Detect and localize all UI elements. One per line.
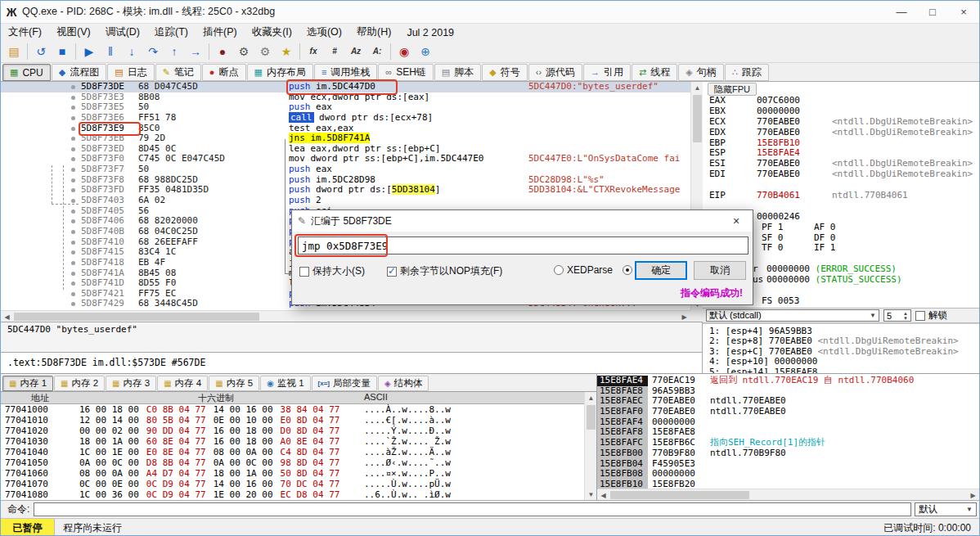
menu-trace[interactable]: 追踪(T) [147, 24, 196, 41]
tab-references[interactable]: →引用 [583, 64, 631, 81]
stack-row[interactable]: 15E8FAE4770EAC19返回到 ntdll.770EAC19 自 ntd… [597, 376, 979, 386]
stack-row[interactable]: 15E8FB0800000000 [597, 469, 979, 480]
tab-script[interactable]: ▤脚本 [434, 64, 481, 81]
tab-log[interactable]: ▤日志 [107, 64, 154, 81]
tab-memory-map[interactable]: ▦内存布局 [247, 64, 313, 81]
stack-row[interactable]: 15E8FB00770B9F80ntdll.770B9F80 [597, 448, 979, 459]
dump-row[interactable]: 770410700C 00 0E 000C D9 04 7714 00 16 0… [1, 479, 596, 489]
tab-threads[interactable]: ⇄线程 [632, 64, 677, 81]
stack-row[interactable]: 15E8FAFC15E8FB6C指向SEH_Record[1]的指针 [597, 438, 979, 448]
dump-row[interactable]: 7704103018 00 1A 0060 8E 04 7716 00 18 0… [1, 436, 596, 447]
unlock-checkbox[interactable]: 解锁 [915, 309, 947, 322]
hide-fpu-button[interactable]: 隐藏FPU [708, 83, 757, 96]
register-line[interactable]: EDX770EABE0<ntdll.DbgUiRemoteBreakin> [709, 128, 978, 138]
menu-favourites[interactable]: 收藏夹(I) [245, 24, 299, 41]
arguments-view[interactable]: 1: [esp+4] 96A59BB32: [esp+8] 770EABE0 <… [703, 323, 979, 373]
tab-notes[interactable]: ✎笔记 [155, 64, 201, 81]
open-file-button[interactable]: ▤ [3, 42, 25, 61]
menu-help[interactable]: 帮助(H) [349, 24, 398, 41]
register-line[interactable]: EAX007C6000 [709, 96, 978, 106]
run-to-cursor-button[interactable]: → [185, 42, 206, 61]
scroll-right-icon[interactable]: ▶ [967, 489, 979, 500]
close-button[interactable]: × [948, 1, 979, 23]
disasm-row[interactable]: 5D8F74036A 02push 2 [1, 196, 702, 206]
memory-dump-view[interactable]: 地址 十六进制 ASCII 7704100016 00 18 00C0 8B 0… [1, 391, 596, 500]
restart-button[interactable]: ↺ [30, 42, 52, 61]
scroll-thumb[interactable] [693, 95, 702, 142]
tab-watch-1[interactable]: ◉监视 1 [260, 376, 310, 391]
breakpoint-button[interactable]: ● [212, 42, 233, 61]
scroll-right-icon[interactable]: ▶ [678, 311, 690, 322]
tab-dump-4[interactable]: ▦内存 4 [157, 376, 208, 391]
cancel-button[interactable]: 取消 [694, 261, 746, 280]
dialog-titlebar[interactable]: ✎ 汇编于 5D8F73DE × [292, 210, 753, 232]
menu-plugins[interactable]: 插件(P) [196, 24, 245, 41]
dump-row[interactable]: 770410500A 00 0C 00D8 8B 04 770A 00 0C 0… [1, 457, 596, 468]
command-mode-select[interactable]: 默认 ▼ [915, 502, 977, 516]
log-button[interactable]: ◉ [393, 42, 415, 61]
stack-row[interactable]: 15E8FAF0770EABE0ntdll.770EABE0 [597, 407, 979, 417]
tab-handles[interactable]: ◈句柄 [678, 64, 723, 81]
ok-button[interactable]: 确定 [635, 261, 687, 280]
pause-button[interactable]: ‖ [100, 42, 121, 61]
step-out-button[interactable]: ↑ [164, 42, 185, 61]
tab-struct[interactable]: ◈结构体 [378, 376, 429, 391]
scroll-down-icon[interactable]: ▼ [585, 489, 596, 500]
dump-row[interactable]: 7704100016 00 18 00C0 8B 04 7714 00 16 0… [1, 404, 596, 415]
update-button[interactable]: ⊕ [415, 42, 436, 61]
nop-fill-checkbox[interactable]: 剩余字节以NOP填充(F) [387, 264, 502, 278]
run-button[interactable]: ▶ [79, 42, 100, 61]
assemble-instruction-input[interactable] [298, 236, 748, 254]
calculator-button[interactable]: fx [303, 42, 324, 61]
register-line[interactable]: EDI770EABE0<ntdll.DbgUiRemoteBreakin> [709, 169, 978, 180]
disassembly-hscrollbar[interactable]: ◀ ▶ [1, 310, 690, 322]
favourites-button[interactable]: ★ [276, 42, 297, 61]
tab-cpu[interactable]: ▦CPU [2, 64, 51, 81]
register-line[interactable]: EIP770B4061ntdll.770B4061 [709, 191, 978, 201]
plugins-button[interactable]: ⚙ [254, 42, 276, 61]
dump-row[interactable]: 7704102000 00 02 0090 DD 04 7716 00 18 0… [1, 426, 596, 436]
register-line[interactable]: EBP15E8FB10 [709, 138, 978, 149]
tab-symbols[interactable]: ◆符号 [482, 64, 527, 81]
scroll-left-icon[interactable]: ◀ [597, 489, 609, 500]
dump-row[interactable]: 770410401C 00 1E 00E0 8E 04 7708 00 0A 0… [1, 447, 596, 457]
argument-count-stepper[interactable]: 5 ▲▼ [883, 309, 911, 322]
tab-dump-1[interactable]: ▦内存 1 [2, 376, 53, 391]
tab-call-stack[interactable]: ≡调用堆栈 [314, 64, 377, 81]
tab-source[interactable]: ‹›源代码 [528, 64, 582, 81]
scroll-thumb[interactable] [587, 405, 596, 430]
calling-convention-select[interactable]: 默认 (stdcall) ▼ [706, 309, 879, 322]
scroll-thumb[interactable] [610, 491, 749, 499]
string-search-button[interactable]: Az [345, 42, 366, 61]
dump-row[interactable]: 7704101012 00 14 0080 5B 04 770E 00 10 0… [1, 415, 596, 426]
comment-button[interactable]: A: [366, 42, 388, 61]
menu-file[interactable]: 文件(F) [1, 24, 49, 41]
stack-view[interactable]: 15E8FAE4770EAC19返回到 ntdll.770EAC19 自 ntd… [596, 373, 979, 500]
menu-debug[interactable]: 调试(D) [98, 24, 147, 41]
scroll-left-icon[interactable]: ◀ [1, 311, 13, 322]
tab-seh[interactable]: ∞SEH链 [378, 64, 434, 81]
stop-button[interactable]: ■ [52, 42, 73, 61]
minimize-button[interactable]: — [886, 1, 917, 23]
maximize-button[interactable]: □ [917, 1, 948, 23]
tab-dump-3[interactable]: ▦内存 3 [106, 376, 156, 391]
tab-dump-5[interactable]: ▦内存 5 [209, 376, 259, 391]
dump-row[interactable]: 770410801C 00 36 000C D9 04 771E 00 20 0… [1, 489, 596, 500]
xedparse-radio[interactable]: XEDParse [554, 264, 613, 276]
tab-dump-2[interactable]: ▦内存 2 [54, 376, 105, 391]
dialog-close-icon[interactable]: × [720, 210, 753, 232]
keep-size-checkbox[interactable]: 保持大小(S) [299, 264, 365, 278]
step-over-button[interactable]: ↷ [142, 42, 164, 61]
stack-hscrollbar[interactable]: ◀ ▶ [597, 489, 979, 500]
dump-row[interactable]: 7704106008 00 0A 00A4 D7 04 7718 00 1A 0… [1, 468, 596, 479]
menu-view[interactable]: 视图(V) [49, 24, 98, 41]
menu-options[interactable]: 选项(O) [299, 24, 349, 41]
patches-button[interactable]: # [324, 42, 345, 61]
step-into-button[interactable]: ↓ [121, 42, 142, 61]
scroll-up-icon[interactable]: ▲ [585, 392, 596, 403]
tab-graph[interactable]: ◆流程图 [52, 64, 106, 81]
command-input[interactable] [34, 502, 911, 516]
dump-vscrollbar[interactable]: ▲ ▼ [584, 392, 596, 500]
settings-button[interactable]: ⚙ [233, 42, 254, 61]
scroll-thumb[interactable] [14, 313, 259, 321]
